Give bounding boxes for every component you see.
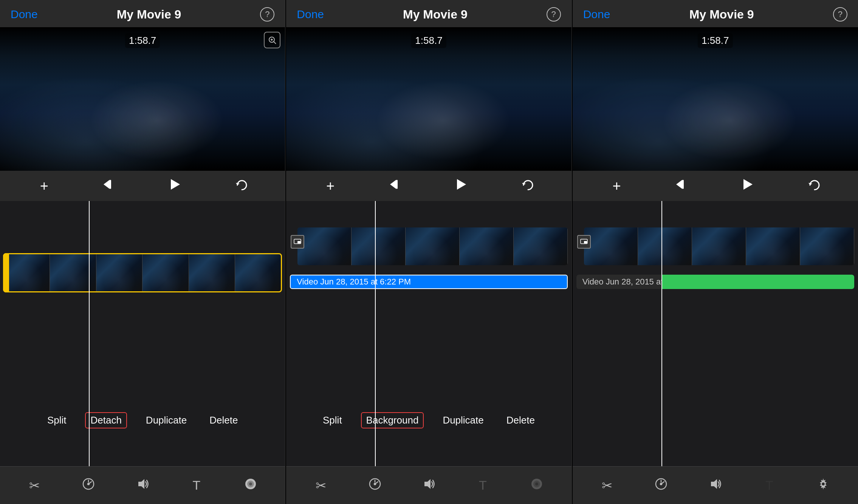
transport-2: + [286,171,571,201]
gear-icon-3[interactable] [812,477,835,494]
transport-3: + [573,171,858,201]
video-preview-1: 1:58.7 [0,27,285,171]
split-button-2[interactable]: Split [319,412,346,428]
add-button-2[interactable]: + [321,178,340,194]
video-strip-2[interactable] [297,227,567,265]
svg-rect-5 [110,180,111,189]
frame-2c [406,227,460,265]
scissors-icon-1[interactable]: ✂ [23,478,46,493]
movie-title-2: My Movie 9 [403,8,468,22]
zoom-button-1[interactable] [264,32,280,48]
undo-button-1[interactable] [232,178,251,194]
audio-icon-2[interactable] [417,477,440,494]
audio-icon-1[interactable] [131,477,154,494]
help-button-1[interactable]: ? [260,7,274,22]
top-bar-3: Done My Movie 9 ? [573,0,858,27]
main-track-2[interactable] [286,224,571,269]
timestamp-1: 1:58.7 [125,33,160,48]
rewind-button-3[interactable] [673,178,692,193]
svg-rect-29 [682,180,684,189]
pip-icon-2 [291,235,304,249]
svg-marker-30 [743,179,753,190]
audio-track-green-3[interactable] [661,275,854,289]
frame-3b [638,227,692,265]
scissors-icon-2[interactable]: ✂ [310,478,332,493]
svg-marker-11 [138,479,144,489]
background-button-2[interactable]: Background [361,412,424,428]
video-strip-1[interactable] [4,254,281,292]
timeline-3: Video Jun 28, 2015 at 6:22 PM [573,201,858,466]
frame-1f [235,254,281,292]
movie-title-3: My Movie 9 [689,8,754,22]
frame-1d [142,254,189,292]
svg-line-1 [274,42,276,44]
filter-icon-1[interactable] [239,477,262,494]
svg-marker-17 [457,179,466,190]
frame-1e [189,254,235,292]
panel-3: Done My Movie 9 ? 1:58.7 + [573,0,858,504]
done-button-2[interactable]: Done [297,8,324,21]
audio-track-text-2: Video Jun 28, 2015 at 6:22 PM [297,277,411,287]
frame-2b [352,227,406,265]
undo-button-2[interactable] [518,178,537,194]
speed-icon-1[interactable] [77,477,100,494]
bottom-toolbar-3: ✂ T [573,466,858,504]
audio-icon-3[interactable] [704,477,726,494]
text-icon-1[interactable]: T [185,478,208,493]
filter-icon-2 [525,477,548,494]
video-preview-2: 1:58.7 [286,27,571,171]
play-button-2[interactable] [452,178,471,194]
main-track-3[interactable] [573,224,858,269]
selection-handle-left-1[interactable] [3,253,9,292]
playhead-3 [661,201,662,466]
svg-rect-32 [584,241,587,243]
clip-actions-2: Split Background Duplicate Delete [286,412,571,428]
svg-rect-19 [297,241,300,243]
timeline-2: Video Jun 28, 2015 at 6:22 PM Split Back… [286,201,571,466]
pip-icon-3 [577,235,591,249]
timestamp-2: 1:58.7 [411,33,446,48]
svg-marker-37 [711,479,717,489]
playhead-1 [89,201,90,466]
video-strip-3[interactable] [584,227,854,265]
top-bar-2: Done My Movie 9 ? [286,0,571,27]
split-button-1[interactable]: Split [43,412,70,428]
top-bar-1: Done My Movie 9 ? [0,0,285,27]
help-button-3[interactable]: ? [833,7,847,22]
svg-marker-28 [676,180,682,189]
delete-button-1[interactable]: Delete [206,412,242,428]
add-button-1[interactable]: + [35,178,54,194]
rewind-button-2[interactable] [387,178,406,193]
audio-track-blue-2[interactable]: Video Jun 28, 2015 at 6:22 PM [290,275,567,289]
duplicate-button-1[interactable]: Duplicate [142,412,190,428]
svg-point-36 [660,483,662,485]
timeline-1: Split Detach Duplicate Delete [0,201,285,466]
scissors-icon-3[interactable]: ✂ [596,478,618,493]
help-button-2[interactable]: ? [547,7,561,22]
done-button-3[interactable]: Done [583,8,610,21]
audio-track-container-3: Video Jun 28, 2015 at 6:22 PM [576,275,854,289]
duplicate-button-2[interactable]: Duplicate [439,412,487,428]
svg-rect-16 [396,180,398,189]
main-track-1 [0,250,285,295]
detach-button-1[interactable]: Detach [85,412,127,428]
speed-icon-3[interactable] [650,477,672,494]
play-button-1[interactable] [166,178,185,194]
movie-title-1: My Movie 9 [117,8,181,22]
svg-point-23 [374,483,376,485]
speed-icon-2[interactable] [364,477,386,494]
rewind-button-1[interactable] [100,178,119,193]
add-button-3[interactable]: + [607,178,626,194]
svg-point-10 [88,483,89,485]
frame-3c [692,227,746,265]
play-button-3[interactable] [739,178,757,194]
svg-marker-4 [104,180,110,189]
done-button-1[interactable]: Done [11,8,38,21]
delete-button-2[interactable]: Delete [503,412,539,428]
undo-button-3[interactable] [804,178,823,194]
frame-2e [514,227,568,265]
frame-2d [460,227,514,265]
frame-3a [584,227,638,265]
svg-point-27 [535,482,538,485]
frame-2a [297,227,352,265]
